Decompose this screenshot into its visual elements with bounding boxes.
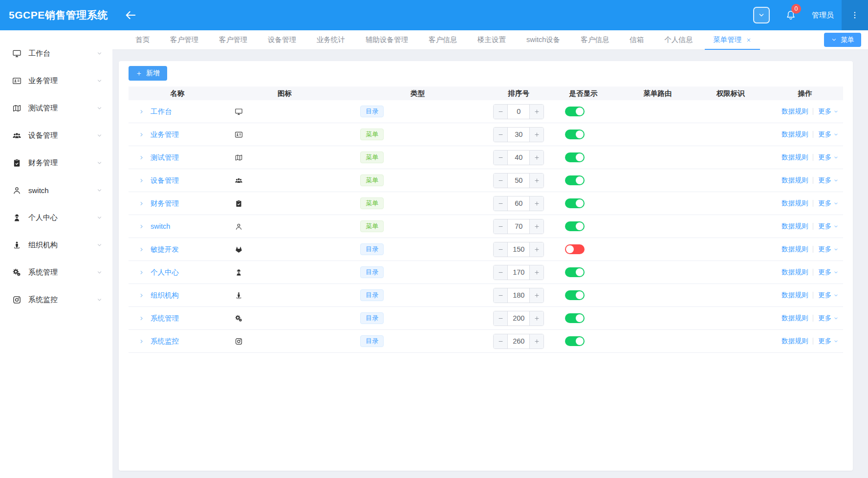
data-rule-link[interactable]: 数据规则 [781,153,808,162]
tab-首页[interactable]: 首页 [125,30,160,49]
sidebar-item-测试管理[interactable]: 测试管理 [0,94,112,122]
row-name-link[interactable]: 个人中心 [151,268,179,277]
sort-value-input[interactable]: 0 [508,105,529,119]
increase-button[interactable] [529,311,543,326]
sidebar-item-组织机构[interactable]: 组织机构 [0,231,112,259]
increase-button[interactable] [529,242,543,257]
decrease-button[interactable] [494,174,508,188]
row-name-link[interactable]: 工作台 [151,107,172,116]
increase-button[interactable] [529,288,543,303]
increase-button[interactable] [529,128,543,142]
expand-row-icon[interactable] [138,315,145,322]
sidebar-item-工作台[interactable]: 工作台 [0,40,112,67]
data-rule-link[interactable]: 数据规则 [781,176,808,185]
row-name-link[interactable]: 业务管理 [151,130,179,139]
add-button[interactable]: 新增 [129,66,167,81]
decrease-button[interactable] [494,105,508,119]
row-name-link[interactable]: 敏捷开发 [151,245,179,254]
visible-toggle[interactable] [565,198,585,208]
collapse-sidebar-button[interactable] [124,9,137,22]
sidebar-item-系统管理[interactable]: 系统管理 [0,259,112,286]
more-link[interactable]: 更多 [818,176,839,185]
tab-设备管理[interactable]: 设备管理 [258,30,306,49]
visible-toggle[interactable] [565,221,585,231]
increase-button[interactable] [529,265,543,280]
visible-toggle[interactable] [565,336,585,346]
visible-toggle[interactable] [565,175,585,185]
visible-toggle[interactable] [565,290,585,300]
sidebar-item-设备管理[interactable]: 设备管理 [0,122,112,149]
sort-value-input[interactable]: 180 [508,288,529,303]
more-link[interactable]: 更多 [818,337,839,346]
sidebar-item-switch[interactable]: switch [0,176,112,204]
data-rule-link[interactable]: 数据规则 [781,314,808,323]
increase-button[interactable] [529,151,543,165]
visible-toggle[interactable] [565,107,585,116]
data-rule-link[interactable]: 数据规则 [781,245,808,254]
tab-个人信息[interactable]: 个人信息 [654,30,703,49]
close-icon[interactable] [746,37,752,43]
sort-value-input[interactable]: 260 [508,334,529,348]
tab-客户信息[interactable]: 客户信息 [418,30,467,49]
sidebar-item-个人中心[interactable]: 个人中心 [0,204,112,231]
user-menu[interactable]: 管理员 [812,11,834,20]
tab-业务统计[interactable]: 业务统计 [306,30,355,49]
more-link[interactable]: 更多 [818,199,839,208]
expand-row-icon[interactable] [138,109,145,115]
tab-菜单管理[interactable]: 菜单管理 [703,30,762,49]
sidebar-item-财务管理[interactable]: 财务管理 [0,149,112,176]
expand-row-icon[interactable] [138,177,145,184]
sort-value-input[interactable]: 30 [508,128,529,142]
menu-dropdown-button[interactable]: 菜单 [824,33,861,47]
more-link[interactable]: 更多 [818,268,839,277]
tab-客户管理[interactable]: 客户管理 [160,30,209,49]
expand-row-icon[interactable] [138,292,145,299]
more-link[interactable]: 更多 [818,245,839,254]
visible-toggle[interactable] [565,267,585,277]
sort-value-input[interactable]: 150 [508,242,529,257]
decrease-button[interactable] [494,219,508,234]
row-name-link[interactable]: 测试管理 [151,153,179,162]
increase-button[interactable] [529,219,543,234]
data-rule-link[interactable]: 数据规则 [781,222,808,231]
more-link[interactable]: 更多 [818,153,839,162]
more-link[interactable]: 更多 [818,107,839,116]
visible-toggle[interactable] [565,313,585,323]
row-name-link[interactable]: 组织机构 [151,291,179,300]
data-rule-link[interactable]: 数据规则 [781,337,808,346]
sort-value-input[interactable]: 200 [508,311,529,326]
tab-信箱[interactable]: 信箱 [619,30,654,49]
sort-value-input[interactable]: 50 [508,174,529,188]
decrease-button[interactable] [494,334,508,348]
visible-toggle[interactable] [565,130,585,139]
visible-toggle[interactable] [565,244,585,254]
increase-button[interactable] [529,334,543,348]
tab-switch设备[interactable]: switch设备 [516,30,570,49]
expand-row-icon[interactable] [138,269,145,276]
sort-value-input[interactable]: 70 [508,219,529,234]
more-link[interactable]: 更多 [818,314,839,323]
increase-button[interactable] [529,196,543,211]
expand-row-icon[interactable] [138,223,145,230]
sort-value-input[interactable]: 60 [508,196,529,211]
sidebar-item-系统监控[interactable]: 系统监控 [0,286,112,313]
data-rule-link[interactable]: 数据规则 [781,107,808,116]
data-rule-link[interactable]: 数据规则 [781,199,808,208]
decrease-button[interactable] [494,128,508,142]
visible-toggle[interactable] [565,152,585,162]
data-rule-link[interactable]: 数据规则 [781,268,808,277]
tab-客户管理[interactable]: 客户管理 [209,30,258,49]
notifications-button[interactable]: 0 [785,10,796,21]
row-name-link[interactable]: 财务管理 [151,199,179,208]
decrease-button[interactable] [494,196,508,211]
layout-toggle-button[interactable] [753,7,770,23]
row-name-link[interactable]: 系统管理 [151,314,179,323]
data-rule-link[interactable]: 数据规则 [781,291,808,300]
expand-row-icon[interactable] [138,154,145,161]
more-link[interactable]: 更多 [818,291,839,300]
increase-button[interactable] [529,105,543,119]
expand-row-icon[interactable] [138,338,145,345]
expand-row-icon[interactable] [138,200,145,207]
row-name-link[interactable]: switch [151,222,170,230]
tab-楼主设置[interactable]: 楼主设置 [467,30,516,49]
